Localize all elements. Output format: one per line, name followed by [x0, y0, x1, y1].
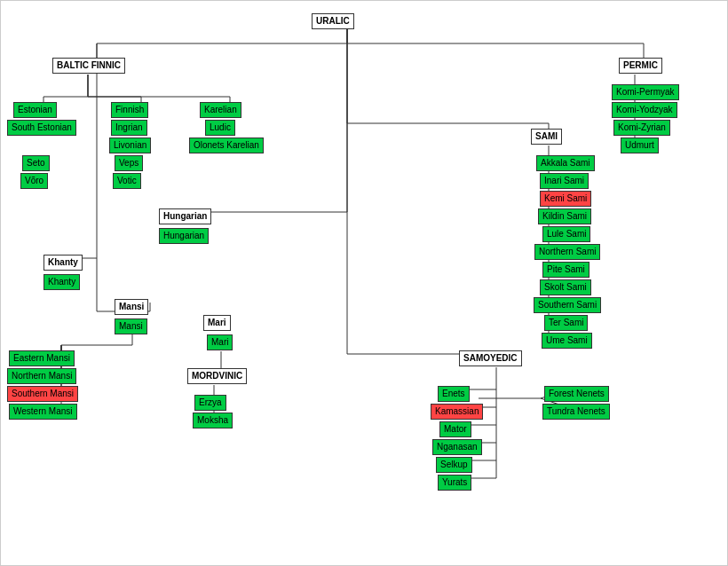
- node-estonian: Estonian: [13, 102, 57, 118]
- node-sami: SAMI: [531, 129, 562, 145]
- node-forest-nenets: Forest Nenets: [544, 386, 609, 402]
- node-nganasan: Nganasan: [432, 439, 482, 455]
- node-mansi-header: Mansi: [115, 299, 148, 315]
- node-eastern-mansi: Eastern Mansi: [9, 350, 75, 366]
- node-kemi-sami: Kemi Sami: [540, 191, 591, 207]
- node-pite-sami: Pite Sami: [542, 262, 590, 278]
- node-livonian: Livonian: [109, 138, 151, 153]
- node-mansi: Mansi: [115, 318, 147, 334]
- node-khanty-header: Khanty: [44, 255, 83, 271]
- node-enets: Enets: [438, 386, 470, 402]
- diagram-container: URALIC BALTIC FINNIC PERMIC Estonian Sou…: [0, 0, 728, 566]
- node-akkala-sami: Akkala Sami: [536, 155, 595, 171]
- node-udmurt: Udmurt: [621, 138, 659, 153]
- node-ludic: Ludic: [205, 120, 235, 136]
- node-permic: PERMIC: [619, 58, 662, 74]
- node-olonets-karelian: Olonets Karelian: [189, 138, 264, 153]
- node-karelian: Karelian: [200, 102, 241, 118]
- node-veps: Veps: [115, 155, 143, 171]
- node-voro: Võro: [20, 173, 48, 189]
- node-yurats: Yurats: [438, 475, 471, 491]
- node-ter-sami: Ter Sami: [544, 315, 588, 331]
- node-uralic: URALIC: [312, 13, 354, 29]
- node-khanty: Khanty: [44, 274, 80, 290]
- node-southern-mansi: Southern Mansi: [7, 386, 78, 402]
- node-mari: Mari: [207, 334, 233, 350]
- node-kamassian: Kamassian: [431, 404, 483, 420]
- node-hungarian: Hungarian: [159, 228, 209, 244]
- node-ingrian: Ingrian: [111, 120, 147, 136]
- node-northern-mansi: Northern Mansi: [7, 368, 76, 384]
- node-selkup: Selkup: [436, 457, 472, 473]
- node-baltic-finnic: BALTIC FINNIC: [52, 58, 125, 74]
- node-erzya: Erzya: [194, 395, 226, 411]
- node-mordvinic-header: MORDVINIC: [187, 368, 247, 384]
- node-southern-sami: Southern Sami: [534, 297, 601, 313]
- node-ume-sami: Ume Sami: [542, 333, 592, 349]
- node-mator: Mator: [439, 421, 471, 437]
- node-inari-sami: Inari Sami: [540, 173, 589, 189]
- node-northern-sami: Northern Sami: [534, 244, 600, 260]
- node-kildin-sami: Kildin Sami: [538, 208, 591, 224]
- node-south-estonian: South Estonian: [7, 120, 76, 136]
- node-western-mansi: Western Mansi: [9, 404, 77, 420]
- node-votic: Votic: [113, 173, 141, 189]
- node-moksha: Moksha: [193, 413, 233, 428]
- node-lule-sami: Lule Sami: [542, 226, 590, 242]
- node-komi-zyrian: Komi-Zyrian: [613, 120, 670, 136]
- node-mari-header: Mari: [203, 315, 231, 331]
- node-hungarian-header: Hungarian: [159, 208, 211, 224]
- node-komi-permyak: Komi-Permyak: [612, 84, 679, 100]
- node-tundra-nenets: Tundra Nenets: [542, 404, 610, 420]
- node-komi-yodzyak: Komi-Yodzyak: [612, 102, 677, 118]
- node-samoyedic-header: SAMOYEDIC: [459, 350, 522, 366]
- node-seto: Seto: [22, 155, 50, 171]
- node-finnish: Finnish: [111, 102, 148, 118]
- node-skolt-sami: Skolt Sami: [540, 279, 591, 295]
